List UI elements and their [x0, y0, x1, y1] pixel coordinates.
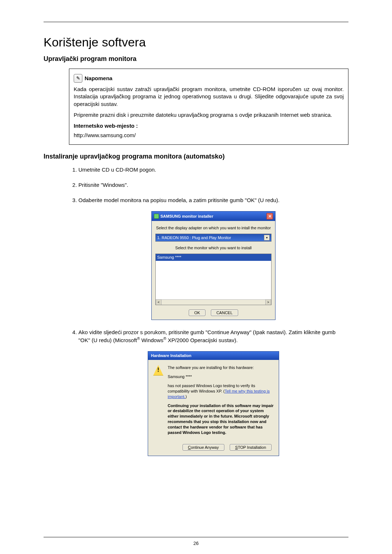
stop-installation-button[interactable]: STOP Installation: [230, 444, 271, 451]
step-1: Umetnite CD u CD-ROM pogon.: [78, 166, 348, 173]
step-3: Odaberite model monitora na popisu model…: [78, 197, 348, 320]
app-icon: [154, 214, 159, 219]
warning-logo-line: has not passed Windows Logo testing to v…: [168, 383, 274, 399]
note-box: ✎ Napomena Kada operacijski sustav zatra…: [69, 69, 348, 145]
installer-titlebar: SAMSUNG monitor installer ✕: [152, 212, 275, 221]
stop-label-rest: TOP Installation: [238, 445, 266, 450]
adapter-selected: 1. RADEON 9550 : Plug and Play Monitor: [157, 235, 231, 241]
page-number: 26: [0, 541, 392, 546]
warning-line-1: The software you are installing for this…: [168, 365, 274, 370]
warning-logo-text-b: ): [185, 394, 187, 399]
installer-title: SAMSUNG monitor installer: [160, 214, 213, 219]
bottom-divider: [44, 537, 348, 537]
reg-mark-2: ®: [163, 336, 166, 341]
monitor-listbox[interactable]: Samsung **** < >: [155, 254, 271, 305]
installer-instruction-1: Select the display adapter on which you …: [155, 225, 271, 231]
warning-icon: !: [153, 365, 163, 376]
installer-dialog: SAMSUNG monitor installer ✕ Select the d…: [151, 211, 275, 320]
note-label-internet: Internetsko web-mjesto :: [74, 122, 344, 130]
step-4-text-b: Windows: [140, 337, 163, 343]
note-icon: ✎: [74, 74, 82, 83]
step-4: Ako vidite sljedeći prozor s porukom, pr…: [78, 329, 348, 456]
warning-hardware-name: Samsung ****: [168, 374, 274, 379]
note-paragraph-1: Kada operacijski sustav zatraži upravlja…: [74, 86, 344, 108]
adapter-combobox[interactable]: 1. RADEON 9550 : Plug and Play Monitor ▾: [155, 234, 271, 242]
horizontal-scrollbar[interactable]: < >: [156, 299, 271, 305]
installer-instruction-2: Select the monitor which you want to ins…: [155, 245, 271, 251]
section-heading-install: Instaliranje upravljačkog programa monit…: [44, 153, 348, 160]
page-title: Korištenje softvera: [44, 35, 348, 49]
continue-anyway-button[interactable]: Continue Anyway: [183, 444, 224, 451]
warning-bold-paragraph: Continuing your installation of this sof…: [168, 403, 274, 435]
scroll-left-icon[interactable]: <: [156, 299, 162, 305]
step-4-text-c: XP/2000 Operacijski sustav).: [166, 337, 238, 343]
continue-label-rest: ontinue Anyway: [191, 445, 219, 450]
cancel-button[interactable]: CANCEL: [211, 309, 238, 316]
hardware-warning-dialog: Hardware Installation ! The software you…: [148, 351, 279, 456]
section-heading-driver: Upravljački program monitora: [44, 55, 348, 63]
top-divider: [44, 22, 348, 22]
scroll-right-icon[interactable]: >: [265, 299, 271, 305]
note-paragraph-2: Pripremite prazni disk i preuzmite datot…: [74, 111, 344, 119]
close-icon[interactable]: ✕: [266, 213, 273, 219]
chevron-down-icon[interactable]: ▾: [264, 235, 270, 241]
note-url: http://www.samsung.com/: [74, 132, 344, 139]
step-2: Pritisnite "Windows".: [78, 181, 348, 189]
step-3-text: Odaberite model monitora na popisu model…: [78, 197, 279, 203]
note-title: Napomena: [85, 75, 113, 82]
ok-button[interactable]: OK: [189, 309, 205, 316]
warning-titlebar: Hardware Installation: [148, 352, 279, 360]
monitor-list-item-selected[interactable]: Samsung ****: [156, 254, 271, 261]
